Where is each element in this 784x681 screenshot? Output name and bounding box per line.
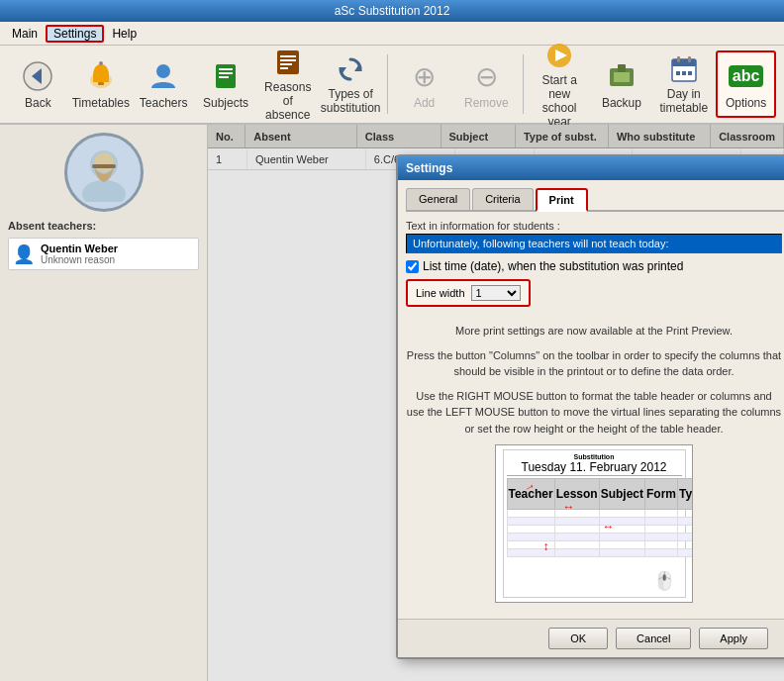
svg-rect-13: [280, 63, 292, 65]
remove-button[interactable]: ⊖ Remove: [456, 50, 517, 118]
svg-point-4: [99, 61, 103, 65]
svg-point-30: [82, 180, 126, 202]
subjects-button[interactable]: Subjects: [196, 50, 256, 118]
content-panel: No. Absent Class Subject Type of subst. …: [208, 125, 784, 681]
add-label: Add: [414, 96, 435, 110]
start-label: Start a newschool year: [533, 73, 587, 129]
svg-rect-21: [618, 64, 626, 72]
avatar: [64, 133, 144, 212]
svg-rect-24: [677, 56, 680, 62]
svg-rect-20: [614, 72, 630, 82]
info-text-2: Press the button "Columns" on the toolba…: [406, 347, 782, 380]
dialog-title-text: Settings: [406, 161, 452, 175]
svg-point-5: [156, 64, 170, 78]
text-info-row: Text in information for students :: [406, 220, 782, 253]
dialog-body: General Criteria Print Text in informati…: [398, 180, 784, 619]
day-button[interactable]: Day intimetable: [653, 50, 714, 118]
dialog-tabs: General Criteria Print: [406, 188, 784, 212]
svg-rect-23: [672, 59, 696, 66]
options-label: Options: [726, 96, 766, 110]
line-width-label: Line width: [416, 287, 465, 299]
options-button[interactable]: abc Options: [716, 50, 776, 118]
timetables-label: Timetables: [72, 96, 130, 110]
reasons-label: Reasons of absence: [260, 80, 315, 122]
preview-area: SubstitutionTuesday 11. February 2012 Te…: [406, 444, 782, 603]
absent-teachers-label: Absent teachers:: [8, 220, 199, 232]
checkbox-label: List time (date), when the substitution …: [423, 259, 683, 273]
reasons-icon: [270, 47, 306, 78]
svg-rect-28: [688, 71, 692, 75]
back-label: Back: [25, 96, 51, 110]
tab-criteria[interactable]: Criteria: [472, 188, 533, 210]
reasons-button[interactable]: Reasons of absence: [257, 50, 318, 118]
tab-print[interactable]: Print: [536, 188, 588, 212]
back-icon: [20, 58, 55, 94]
title-bar: aSc Substitution 2012: [0, 0, 784, 22]
separator-2: [523, 54, 524, 114]
teachers-button[interactable]: Teachers: [134, 50, 194, 118]
start-button[interactable]: Start a newschool year: [530, 50, 590, 118]
ok-button[interactable]: OK: [548, 628, 608, 649]
start-icon: [541, 40, 577, 71]
types-icon: [333, 53, 368, 85]
svg-rect-12: [280, 59, 296, 61]
remove-icon: ⊖: [468, 58, 504, 94]
list-time-checkbox[interactable]: [406, 260, 419, 273]
user-avatar: [8, 133, 199, 212]
print-tab-content: Text in information for students : List …: [406, 220, 784, 611]
add-icon: ⊕: [407, 58, 442, 94]
teacher-name: Quentin Weber: [41, 243, 118, 254]
line-width-select[interactable]: 1 2 3 4: [471, 285, 521, 301]
svg-rect-14: [280, 67, 288, 69]
svg-rect-11: [280, 55, 296, 57]
day-label: Day intimetable: [659, 87, 708, 115]
app-title: aSc Substitution 2012: [335, 4, 450, 18]
teacher-item: 👤 Quentin Weber Unknown reason: [8, 238, 199, 270]
backup-label: Backup: [602, 96, 641, 110]
line-width-box: Line width 1 2 3 4: [406, 279, 531, 307]
tab-general[interactable]: General: [406, 188, 470, 210]
menu-settings[interactable]: Settings: [46, 25, 104, 43]
left-panel: Absent teachers: 👤 Quentin Weber Unknown…: [0, 125, 208, 681]
timetables-button[interactable]: Timetables: [70, 50, 132, 118]
back-button[interactable]: Back: [8, 50, 68, 118]
apply-button[interactable]: Apply: [699, 628, 768, 649]
menu-help[interactable]: Help: [104, 25, 145, 43]
svg-rect-7: [219, 68, 233, 70]
backup-icon: [604, 58, 639, 94]
menu-main[interactable]: Main: [4, 25, 46, 43]
teachers-label: Teachers: [140, 96, 188, 110]
svg-rect-3: [98, 82, 104, 85]
svg-rect-25: [688, 56, 691, 62]
teachers-icon: [146, 58, 181, 94]
svg-rect-9: [219, 76, 229, 78]
remove-label: Remove: [464, 96, 509, 110]
svg-rect-10: [277, 50, 299, 74]
svg-point-31: [94, 152, 114, 172]
svg-rect-27: [682, 71, 686, 75]
dialog-overlay: Settings ✕ General Criteria Print: [208, 125, 784, 681]
teacher-avatar-icon: 👤: [13, 243, 35, 265]
dialog-left-content: Text in information for students : List …: [406, 220, 782, 611]
teacher-reason: Unknown reason: [41, 254, 118, 265]
timetables-icon: [83, 58, 119, 94]
dialog-title-bar: Settings ✕: [398, 156, 784, 180]
day-icon: [666, 53, 702, 85]
info-text-1: More print settings are now available at…: [406, 323, 782, 340]
text-info-input[interactable]: [406, 234, 782, 253]
svg-rect-26: [676, 71, 680, 75]
separator-1: [387, 54, 388, 114]
cancel-button[interactable]: Cancel: [616, 628, 691, 649]
subjects-icon: [208, 58, 244, 94]
text-info-label: Text in information for students :: [406, 220, 782, 232]
options-icon: abc: [729, 58, 764, 94]
preview-box: SubstitutionTuesday 11. February 2012 Te…: [495, 444, 693, 603]
add-button[interactable]: ⊕ Add: [394, 50, 454, 118]
svg-rect-8: [219, 72, 233, 74]
dialog-footer: OK Cancel Apply: [398, 619, 784, 657]
checkbox-row: List time (date), when the substitution …: [406, 259, 782, 273]
main-area: Absent teachers: 👤 Quentin Weber Unknown…: [0, 125, 784, 681]
types-button[interactable]: Types of substitution: [320, 50, 381, 118]
backup-button[interactable]: Backup: [592, 50, 652, 118]
settings-dialog: Settings ✕ General Criteria Print: [396, 154, 784, 659]
